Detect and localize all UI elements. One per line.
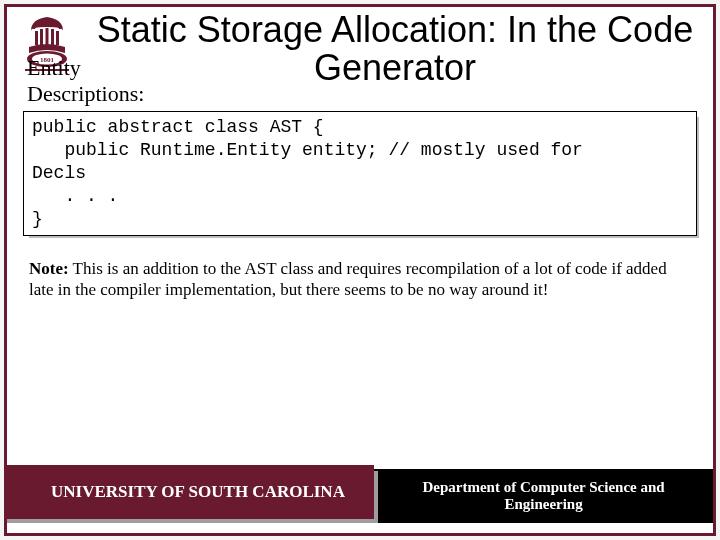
subhead-line2: Descriptions: <box>27 81 144 106</box>
code-content: public abstract class AST { public Runti… <box>23 111 697 236</box>
svg-rect-0 <box>35 31 38 45</box>
slide-frame: 1801 Static Storage Allocation: In the C… <box>4 4 716 536</box>
svg-rect-1 <box>40 29 43 45</box>
note-paragraph: Note: This is an addition to the AST cla… <box>7 236 713 301</box>
svg-rect-3 <box>51 29 54 45</box>
svg-rect-2 <box>46 28 49 45</box>
svg-rect-4 <box>56 31 59 45</box>
footer-left-wrap: UNIVERSITY OF SOUTH CAROLINA <box>7 465 374 519</box>
code-block: public abstract class AST { public Runti… <box>23 111 697 236</box>
footer: UNIVERSITY OF SOUTH CAROLINA Department … <box>7 465 713 523</box>
university-name: UNIVERSITY OF SOUTH CAROLINA <box>7 465 374 519</box>
header: 1801 Static Storage Allocation: In the C… <box>7 7 713 87</box>
department-name: Department of Computer Science and Engin… <box>374 469 713 523</box>
note-body: This is an addition to the AST class and… <box>29 259 667 299</box>
slide-title: Static Storage Allocation: In the Code G… <box>87 7 713 87</box>
note-label: Note: <box>29 259 69 278</box>
